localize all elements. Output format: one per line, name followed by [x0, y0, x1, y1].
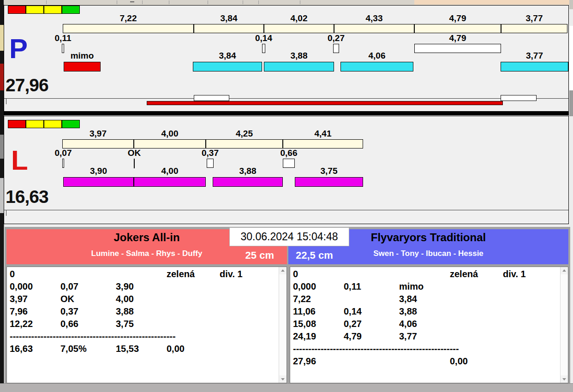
- segment-time-label: 4,41: [315, 129, 332, 138]
- gap-time-label: 0,37: [202, 148, 219, 158]
- table-dash-separator: ----------------------------------------…: [293, 343, 476, 354]
- scrollbar[interactable]: [279, 267, 286, 383]
- table-cell: mimo: [399, 281, 424, 292]
- table-cell: OK: [60, 293, 74, 304]
- gap-marker: [62, 159, 64, 168]
- table-cell: 12,22: [10, 318, 33, 329]
- status-light: [26, 6, 44, 14]
- status-light: [8, 120, 26, 128]
- toolbar-separator: [300, 0, 300, 4]
- table-cell: 3,90: [116, 281, 134, 292]
- scrollbar[interactable]: [560, 267, 568, 383]
- segment-bar: [134, 139, 206, 148]
- segment-time-label: 3,84: [221, 14, 238, 23]
- split-time-label: 3,90: [90, 166, 107, 176]
- team-left-scoretable[interactable]: 0zelenádiv. 10,0000,073,903,97OK4,007,96…: [6, 267, 287, 383]
- table-cell: 15,53: [116, 343, 139, 354]
- window-bottom-strip: [0, 383, 573, 392]
- split-time-label: 4,00: [161, 166, 179, 176]
- status-light: [62, 6, 80, 14]
- toolbar-separator: [117, 0, 117, 4]
- table-cell: 0,000: [10, 281, 33, 292]
- table-cell: 3,97: [10, 293, 28, 304]
- gap-marker: [62, 44, 64, 53]
- timing-app-window: P 27,96 L 16,63 7,223,844,024,334,793,77…: [0, 0, 573, 392]
- team-right-scoretable[interactable]: 0zelenádiv. 10,0000,11mimo7,223,8411,060…: [290, 267, 568, 383]
- segment-bar: [334, 24, 414, 33]
- table-cell: 0: [10, 268, 15, 279]
- split-bar: [295, 177, 363, 187]
- split-bar: [213, 177, 283, 187]
- split-time-label: 3,84: [219, 51, 236, 60]
- segment-bar: [63, 24, 194, 33]
- split-time-label: 3,75: [321, 166, 338, 176]
- table-cell: 0,07: [60, 281, 78, 292]
- segment-time-label: 4,02: [291, 14, 308, 23]
- table-cell: 15,08: [293, 318, 316, 329]
- table-cell: 7,96: [10, 306, 28, 317]
- status-light: [44, 120, 62, 128]
- gap-time-label: 0,66: [281, 148, 298, 158]
- table-cell: 0,37: [60, 306, 78, 317]
- table-cell: 24,19: [293, 331, 316, 342]
- table-cell: 0: [293, 268, 298, 279]
- table-cell: zelená: [450, 268, 478, 279]
- datetime-display: 30.06.2024 15:04:48: [229, 227, 349, 246]
- timeline-white-bar: [501, 95, 537, 101]
- gap-marker: [207, 159, 214, 168]
- toolbar-separator: [208, 0, 208, 4]
- scroll-down-icon[interactable]: [561, 375, 568, 383]
- table-cell: 4,00: [116, 293, 134, 304]
- table-cell: 0,14: [344, 306, 362, 317]
- timeline-red-bar: [147, 101, 503, 105]
- status-light: [8, 6, 26, 14]
- table-cell: 11,06: [293, 306, 316, 317]
- gap-marker: [283, 159, 295, 168]
- gap-time-label: 4,79: [449, 34, 466, 43]
- gap-marker: [414, 44, 501, 53]
- table-cell: 7,22: [293, 293, 311, 304]
- segment-bar: [414, 24, 501, 33]
- scroll-up-icon[interactable]: [561, 267, 568, 274]
- segment-time-label: 4,25: [236, 129, 253, 138]
- segment-bar: [501, 24, 567, 33]
- table-cell: zelená: [167, 268, 195, 279]
- segment-bar: [206, 139, 283, 148]
- segment-bar: [283, 139, 363, 148]
- split-bar: [340, 62, 413, 71]
- table-cell: div. 1: [503, 268, 526, 279]
- table-cell: 3,75: [116, 318, 134, 329]
- segment-time-label: 4,33: [366, 14, 383, 23]
- segment-time-label: 7,22: [120, 14, 137, 23]
- table-cell: 0,000: [293, 281, 316, 292]
- split-bar: [264, 62, 334, 71]
- gap-time-label: OK: [128, 148, 141, 158]
- gap-time-label: 0,27: [328, 34, 345, 43]
- table-cell: 0,27: [344, 318, 362, 329]
- split-bar: [63, 177, 134, 187]
- table-cell: 27,96: [293, 356, 316, 367]
- toolbar-separator: [258, 0, 259, 4]
- table-cell: div. 1: [220, 268, 243, 279]
- segment-time-label: 3,77: [526, 14, 543, 23]
- toolbar-separator: [46, 0, 47, 4]
- segment-bar: [194, 24, 264, 33]
- team-left-distance: 25 cm: [245, 249, 274, 261]
- split-time-label: mimo: [71, 51, 94, 60]
- status-light: [44, 6, 62, 14]
- table-cell: 0,66: [60, 318, 78, 329]
- table-cell: 7,05%: [60, 343, 87, 354]
- table-cell: 0,11: [344, 281, 361, 292]
- scroll-up-icon[interactable]: [279, 267, 286, 274]
- split-bar: [193, 62, 262, 71]
- timeline-white-bar: [194, 95, 229, 101]
- toolbar-dash: [130, 1, 134, 2]
- table-cell: 3,88: [116, 306, 134, 317]
- table-cell: 16,63: [10, 343, 33, 354]
- scroll-down-icon[interactable]: [279, 375, 286, 383]
- table-cell: 4,79: [344, 331, 362, 342]
- gap-marker: [333, 44, 339, 53]
- gap-time-label: 0,07: [55, 148, 72, 158]
- gap-time-label: 0,11: [55, 34, 72, 43]
- table-cell: 0,00: [167, 343, 185, 354]
